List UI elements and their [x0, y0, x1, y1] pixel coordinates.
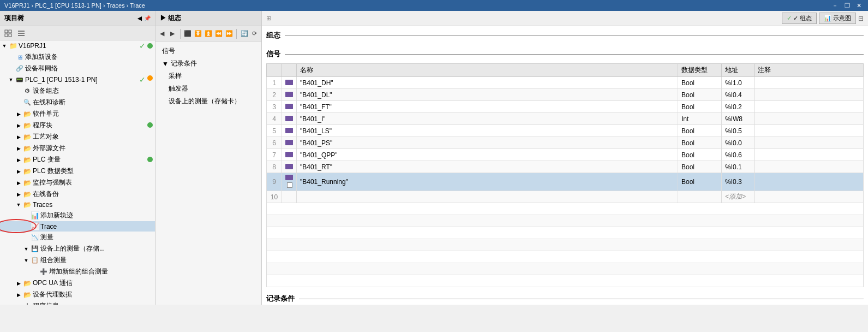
table-row[interactable]: 4 "B401_I" Int %IW8	[267, 113, 864, 125]
sidebar-item-plc-datatypes[interactable]: ▶ 📂 PLC 数据类型	[0, 165, 155, 177]
row-name-6[interactable]: "B401_PS"	[297, 137, 678, 149]
minimize-button[interactable]: －	[830, 2, 840, 10]
table-row[interactable]: 5 "B401_LS" Bool %I0.5	[267, 125, 864, 137]
table-row[interactable]: 6 "B401_PS" Bool %I0.0	[267, 137, 864, 149]
diagram-tab-button[interactable]: 📊 示意图	[819, 13, 856, 24]
middle-item-trigger[interactable]: 触发器	[159, 82, 258, 95]
row-num-8: 8	[267, 161, 282, 173]
add-combined-icon: ➕	[39, 268, 48, 275]
row-name-2[interactable]: "B401_DL"	[297, 89, 678, 101]
row-comment-5[interactable]	[755, 125, 864, 137]
tree-view-btn1[interactable]	[2, 27, 14, 39]
sidebar-item-tech-objects[interactable]: ▶ 📂 工艺对象	[0, 131, 155, 143]
row-num-6: 6	[267, 137, 282, 149]
config-tab-button[interactable]: ✓ ✓ 组态	[782, 13, 817, 24]
restore-button[interactable]: ❐	[842, 2, 852, 9]
row-name-10[interactable]	[297, 191, 678, 203]
middle-item-sampling[interactable]: 采样	[159, 70, 258, 82]
program-dot	[147, 122, 153, 128]
sidebar-item-device-network[interactable]: 🔗 设备和网络	[0, 63, 155, 74]
row-type-1: Bool	[678, 77, 722, 89]
panel-pin-icon[interactable]: 📌	[144, 15, 151, 21]
tree-view-btn2[interactable]	[15, 27, 27, 39]
sidebar-item-plc[interactable]: ▼ 📟 PLC_1 [CPU 1513-1 PN] ✓	[0, 74, 155, 85]
middle-tb-btn8[interactable]: 🔄	[240, 28, 249, 40]
col-datatype: 数据类型	[678, 64, 722, 77]
row-comment-6[interactable]	[755, 137, 864, 149]
row-addr-8: %I0.1	[722, 161, 755, 173]
middle-tb-btn2[interactable]: ▶	[168, 28, 177, 40]
row-icon-7	[282, 149, 297, 161]
row-icon-4	[282, 113, 297, 125]
row-name-9[interactable]: "B401_Running"	[297, 173, 678, 191]
tech-folder-icon: 📂	[23, 133, 32, 141]
row-addr-add[interactable]: <添加>	[722, 191, 755, 203]
close-button[interactable]: ✕	[854, 2, 864, 9]
sidebar-item-measurement[interactable]: 📉 测量	[0, 232, 155, 243]
table-row-add[interactable]: 10 <添加>	[267, 191, 864, 203]
middle-tb-btn6[interactable]: ⏪	[214, 28, 223, 40]
sidebar-item-combined-measurement[interactable]: ▼ 📋 组合测量	[0, 254, 155, 266]
watch-folder-icon: 📂	[23, 179, 32, 187]
sidebar-item-add-trace[interactable]: 📊 添加新轨迹	[0, 210, 155, 221]
sidebar-item-trace[interactable]: 📈 Trace	[0, 221, 155, 232]
table-row-empty	[267, 251, 864, 263]
row-comment-8[interactable]	[755, 161, 864, 173]
row-name-7[interactable]: "B401_QPP"	[297, 149, 678, 161]
sidebar-item-add-combined[interactable]: ➕ 增加新组的组合测量	[0, 266, 155, 277]
sidebar-item-software-units[interactable]: ▶ 📂 软件单元	[0, 108, 155, 120]
row-name-4[interactable]: "B401_I"	[297, 113, 678, 125]
sidebar-item-watch-tables[interactable]: ▶ 📂 监控与强制表	[0, 177, 155, 188]
row-name-8[interactable]: "B401_RT"	[297, 161, 678, 173]
middle-tb-btn4[interactable]: ⏬	[194, 28, 203, 40]
table-row[interactable]: 7 "B401_QPP" Bool %I0.6	[267, 149, 864, 161]
row-type-8: Bool	[678, 161, 722, 173]
sidebar-item-device-measurement[interactable]: ▼ 💾 设备上的测量（存储...	[0, 243, 155, 254]
middle-item-signal[interactable]: 信号	[159, 45, 258, 57]
middle-tb-btn7[interactable]: ⏩	[224, 28, 234, 40]
sidebar-item-device-proxy[interactable]: ▶ 📂 设备代理数据	[0, 289, 155, 300]
panel-collapse-icon[interactable]: ◀	[137, 15, 142, 21]
col-comment: 注释	[755, 64, 864, 77]
sidebar-item-plc-variables[interactable]: ▶ 📂 PLC 变量	[0, 154, 155, 165]
table-row[interactable]: 8 "B401_RT" Bool %I0.1	[267, 161, 864, 173]
table-row[interactable]: 1 "B401_DH" Bool %I1.0	[267, 77, 864, 89]
row-num-3: 3	[267, 101, 282, 113]
row-checkbox-9[interactable]	[287, 182, 292, 188]
row-comment-3[interactable]	[755, 101, 864, 113]
sidebar-item-program-blocks[interactable]: ▶ 📂 程序块	[0, 120, 155, 131]
row-name-5[interactable]: "B401_LS"	[297, 125, 678, 137]
middle-tb-btn3[interactable]: ⬛	[183, 28, 193, 40]
row-comment-7[interactable]	[755, 149, 864, 161]
table-row[interactable]: 3 "B401_FT" Bool %I0.2	[267, 101, 864, 113]
row-comment-1[interactable]	[755, 77, 864, 89]
sidebar-item-online-diag[interactable]: 🔍 在线和诊断	[0, 97, 155, 108]
sidebar-item-add-device[interactable]: 🖥 添加新设备	[0, 51, 155, 63]
table-row[interactable]: 2 "B401_DL" Bool %I0.4	[267, 89, 864, 101]
sidebar-item-device-config[interactable]: ⚙ 设备组态	[0, 85, 155, 97]
row-comment-9[interactable]	[755, 173, 864, 191]
row-comment-4[interactable]	[755, 113, 864, 125]
middle-item-device-storage[interactable]: 设备上的测量（存储卡）	[159, 95, 258, 108]
middle-tb-btn9[interactable]: ⟳	[250, 28, 259, 40]
sidebar-item-program-info[interactable]: ℹ 程序信息	[0, 300, 155, 305]
main-top-icon[interactable]: ⊟	[858, 15, 864, 22]
middle-tb-btn1[interactable]: ◀	[158, 28, 167, 40]
sidebar-item-online-backup[interactable]: ▶ 📂 在线备份	[0, 188, 155, 200]
row-comment-2[interactable]	[755, 89, 864, 101]
sidebar-item-external-files[interactable]: ▶ 📂 外部源文件	[0, 143, 155, 154]
project-tree-panel: 项目树 ◀ 📌 ▼ 📁 V16PRJ1 ✓	[0, 11, 155, 305]
svg-rect-0	[5, 30, 8, 33]
sidebar-item-traces[interactable]: ▼ 📂 Traces	[0, 200, 155, 210]
row-name-1[interactable]: "B401_DH"	[297, 77, 678, 89]
row-name-3[interactable]: "B401_FT"	[297, 101, 678, 113]
middle-tb-btn5[interactable]: ⏫	[204, 28, 213, 40]
section-config-line	[285, 35, 864, 36]
sidebar-item-opc-ua[interactable]: ▶ 📂 OPC UA 通信	[0, 277, 155, 289]
table-row-empty	[267, 263, 864, 275]
title-bar-left: V16PRJ1 › PLC_1 [CPU 1513-1 PN] › Traces…	[4, 2, 145, 9]
tree-item-root[interactable]: ▼ 📁 V16PRJ1 ✓	[0, 40, 155, 51]
table-row-selected[interactable]: 9 "B401_Running" Bool %I0.3	[267, 173, 864, 191]
row-comment-10[interactable]	[755, 191, 864, 203]
middle-item-record-conditions[interactable]: ▼ 记录条件	[159, 57, 258, 70]
